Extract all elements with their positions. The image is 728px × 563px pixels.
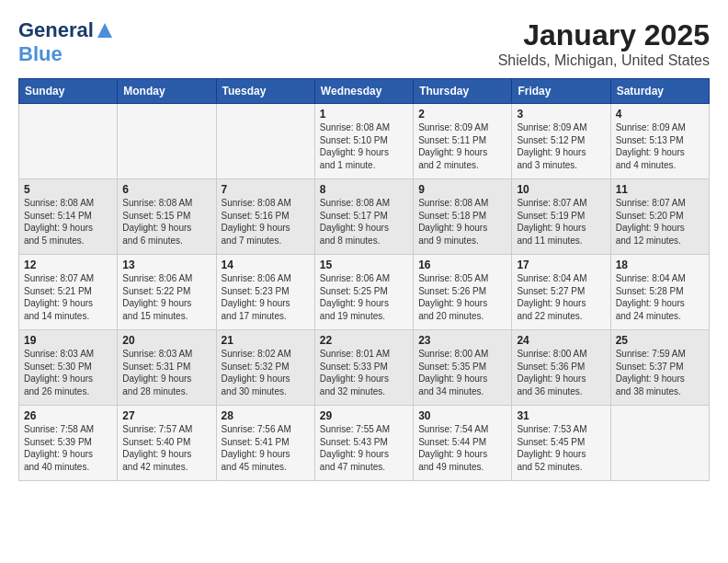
weekday-header-tuesday: Tuesday <box>216 79 314 104</box>
day-number: 3 <box>517 108 605 121</box>
calendar-cell <box>19 104 118 179</box>
day-number: 4 <box>616 108 704 121</box>
day-number: 16 <box>418 259 506 271</box>
calendar-cell: 28Sunrise: 7:56 AM Sunset: 5:41 PM Dayli… <box>216 406 314 481</box>
day-info: Sunrise: 8:06 AM Sunset: 5:23 PM Dayligh… <box>222 272 310 322</box>
page: General Blue January 2025 Shields, Michi… <box>0 0 728 490</box>
title-block: January 2025 Shields, Michigan, United S… <box>498 18 710 69</box>
day-number: 6 <box>122 183 210 196</box>
calendar-cell: 9Sunrise: 8:08 AM Sunset: 5:18 PM Daylig… <box>414 179 512 255</box>
day-info: Sunrise: 7:56 AM Sunset: 5:41 PM Dayligh… <box>222 423 310 473</box>
day-info: Sunrise: 8:07 AM Sunset: 5:20 PM Dayligh… <box>616 197 704 247</box>
day-number: 27 <box>122 409 210 422</box>
day-number: 15 <box>320 259 408 271</box>
day-number: 12 <box>24 259 112 271</box>
day-number: 25 <box>616 334 704 347</box>
day-number: 7 <box>222 183 310 196</box>
calendar-cell: 18Sunrise: 8:04 AM Sunset: 5:28 PM Dayli… <box>610 255 709 330</box>
calendar-cell: 17Sunrise: 8:04 AM Sunset: 5:27 PM Dayli… <box>512 255 610 330</box>
day-info: Sunrise: 8:00 AM Sunset: 5:36 PM Dayligh… <box>517 348 605 397</box>
calendar-cell: 19Sunrise: 8:03 AM Sunset: 5:30 PM Dayli… <box>19 330 118 406</box>
day-info: Sunrise: 8:09 AM Sunset: 5:12 PM Dayligh… <box>517 121 605 171</box>
day-info: Sunrise: 7:58 AM Sunset: 5:39 PM Dayligh… <box>24 423 112 473</box>
day-info: Sunrise: 8:08 AM Sunset: 5:15 PM Dayligh… <box>122 197 210 247</box>
day-info: Sunrise: 7:53 AM Sunset: 5:45 PM Dayligh… <box>517 423 605 473</box>
day-number: 1 <box>320 108 408 121</box>
logo-line: General <box>18 18 115 42</box>
day-number: 13 <box>122 259 210 271</box>
day-info: Sunrise: 8:04 AM Sunset: 5:27 PM Dayligh… <box>517 272 605 322</box>
calendar-cell <box>216 104 314 179</box>
calendar-cell: 31Sunrise: 7:53 AM Sunset: 5:45 PM Dayli… <box>512 406 610 481</box>
day-info: Sunrise: 8:06 AM Sunset: 5:22 PM Dayligh… <box>122 272 210 322</box>
calendar-cell: 20Sunrise: 8:03 AM Sunset: 5:31 PM Dayli… <box>118 330 216 406</box>
calendar-table: SundayMondayTuesdayWednesdayThursdayFrid… <box>18 78 710 481</box>
calendar-cell: 4Sunrise: 8:09 AM Sunset: 5:13 PM Daylig… <box>610 104 709 179</box>
day-number: 11 <box>616 183 704 196</box>
weekday-header-monday: Monday <box>118 79 216 104</box>
day-number: 20 <box>122 334 210 347</box>
day-number: 28 <box>222 409 310 422</box>
day-number: 18 <box>616 259 704 271</box>
calendar-cell: 11Sunrise: 8:07 AM Sunset: 5:20 PM Dayli… <box>610 179 709 255</box>
day-info: Sunrise: 7:59 AM Sunset: 5:37 PM Dayligh… <box>616 348 704 397</box>
weekday-header-thursday: Thursday <box>414 79 512 104</box>
logo: General Blue <box>18 18 115 66</box>
day-info: Sunrise: 8:03 AM Sunset: 5:30 PM Dayligh… <box>24 348 112 397</box>
day-info: Sunrise: 7:54 AM Sunset: 5:44 PM Dayligh… <box>418 423 506 473</box>
calendar-cell: 6Sunrise: 8:08 AM Sunset: 5:15 PM Daylig… <box>118 179 216 255</box>
day-number: 9 <box>418 183 506 196</box>
calendar-cell: 14Sunrise: 8:06 AM Sunset: 5:23 PM Dayli… <box>216 255 314 330</box>
calendar-cell: 15Sunrise: 8:06 AM Sunset: 5:25 PM Dayli… <box>314 255 413 330</box>
logo-blue-line: Blue <box>18 42 63 66</box>
page-subtitle: Shields, Michigan, United States <box>498 52 710 69</box>
calendar-cell: 2Sunrise: 8:09 AM Sunset: 5:11 PM Daylig… <box>414 104 512 179</box>
day-info: Sunrise: 8:07 AM Sunset: 5:19 PM Dayligh… <box>517 197 605 247</box>
day-info: Sunrise: 8:09 AM Sunset: 5:11 PM Dayligh… <box>418 121 506 171</box>
day-info: Sunrise: 8:06 AM Sunset: 5:25 PM Dayligh… <box>320 272 408 322</box>
calendar-week-row: 5Sunrise: 8:08 AM Sunset: 5:14 PM Daylig… <box>19 179 710 255</box>
calendar-cell: 5Sunrise: 8:08 AM Sunset: 5:14 PM Daylig… <box>19 179 118 255</box>
day-number: 10 <box>517 183 605 196</box>
day-info: Sunrise: 8:03 AM Sunset: 5:31 PM Dayligh… <box>122 348 210 397</box>
calendar-cell: 21Sunrise: 8:02 AM Sunset: 5:32 PM Dayli… <box>216 330 314 406</box>
day-info: Sunrise: 7:57 AM Sunset: 5:40 PM Dayligh… <box>122 423 210 473</box>
day-info: Sunrise: 8:00 AM Sunset: 5:35 PM Dayligh… <box>418 348 506 397</box>
calendar-cell <box>118 104 216 179</box>
calendar-cell <box>610 406 709 481</box>
calendar-week-row: 12Sunrise: 8:07 AM Sunset: 5:21 PM Dayli… <box>19 255 710 330</box>
calendar-header-row: SundayMondayTuesdayWednesdayThursdayFrid… <box>19 79 710 104</box>
day-number: 2 <box>418 108 506 121</box>
calendar-cell: 23Sunrise: 8:00 AM Sunset: 5:35 PM Dayli… <box>414 330 512 406</box>
weekday-header-wednesday: Wednesday <box>314 79 413 104</box>
calendar-cell: 24Sunrise: 8:00 AM Sunset: 5:36 PM Dayli… <box>512 330 610 406</box>
calendar-cell: 8Sunrise: 8:08 AM Sunset: 5:17 PM Daylig… <box>314 179 413 255</box>
day-info: Sunrise: 8:05 AM Sunset: 5:26 PM Dayligh… <box>418 272 506 322</box>
calendar-cell: 27Sunrise: 7:57 AM Sunset: 5:40 PM Dayli… <box>118 406 216 481</box>
day-number: 31 <box>517 409 605 422</box>
day-number: 14 <box>222 259 310 271</box>
svg-marker-0 <box>97 23 112 38</box>
day-number: 21 <box>222 334 310 347</box>
day-info: Sunrise: 8:08 AM Sunset: 5:16 PM Dayligh… <box>222 197 310 247</box>
day-number: 8 <box>320 183 408 196</box>
logo-blue: Blue <box>18 42 63 65</box>
day-info: Sunrise: 8:09 AM Sunset: 5:13 PM Dayligh… <box>616 121 704 171</box>
calendar-cell: 16Sunrise: 8:05 AM Sunset: 5:26 PM Dayli… <box>414 255 512 330</box>
logo-general: General <box>18 18 94 42</box>
calendar-cell: 10Sunrise: 8:07 AM Sunset: 5:19 PM Dayli… <box>512 179 610 255</box>
calendar-week-row: 1Sunrise: 8:08 AM Sunset: 5:10 PM Daylig… <box>19 104 710 179</box>
calendar-cell: 7Sunrise: 8:08 AM Sunset: 5:16 PM Daylig… <box>216 179 314 255</box>
day-info: Sunrise: 8:04 AM Sunset: 5:28 PM Dayligh… <box>616 272 704 322</box>
day-number: 26 <box>24 409 112 422</box>
calendar-cell: 22Sunrise: 8:01 AM Sunset: 5:33 PM Dayli… <box>314 330 413 406</box>
day-number: 22 <box>320 334 408 347</box>
day-info: Sunrise: 8:02 AM Sunset: 5:32 PM Dayligh… <box>222 348 310 397</box>
calendar-cell: 30Sunrise: 7:54 AM Sunset: 5:44 PM Dayli… <box>414 406 512 481</box>
day-info: Sunrise: 7:55 AM Sunset: 5:43 PM Dayligh… <box>320 423 408 473</box>
page-title: January 2025 <box>498 18 710 52</box>
day-info: Sunrise: 8:01 AM Sunset: 5:33 PM Dayligh… <box>320 348 408 397</box>
calendar-cell: 25Sunrise: 7:59 AM Sunset: 5:37 PM Dayli… <box>610 330 709 406</box>
day-number: 19 <box>24 334 112 347</box>
calendar-cell: 1Sunrise: 8:08 AM Sunset: 5:10 PM Daylig… <box>314 104 413 179</box>
